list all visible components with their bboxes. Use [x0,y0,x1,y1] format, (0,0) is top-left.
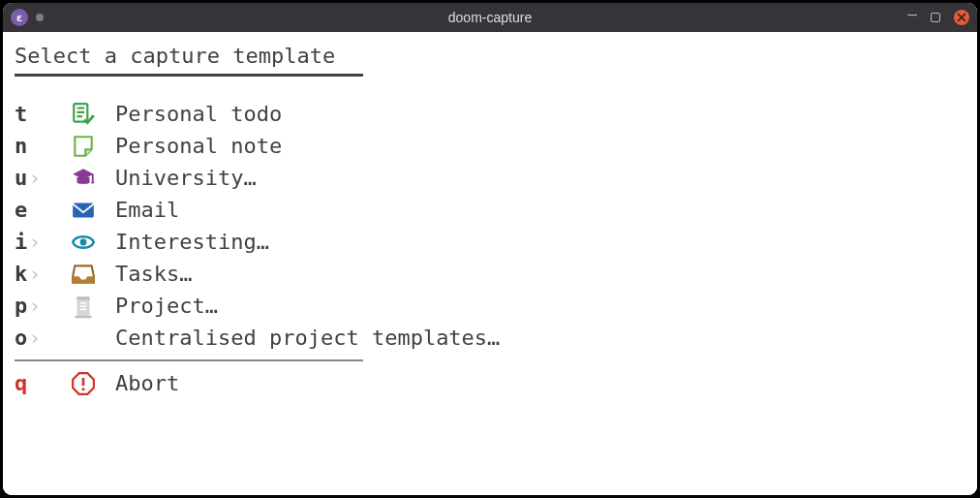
svg-point-5 [91,181,94,184]
svg-rect-10 [75,315,91,317]
capture-buffer: Select a capture template t Personal tod… [3,32,977,495]
maximize-button[interactable] [931,13,940,22]
inbox-icon [71,262,96,287]
abort-row[interactable]: q Abort [15,367,965,399]
window-title: doom-capture [3,10,977,25]
chevron-right-icon: › [28,226,41,258]
template-row[interactable]: t Personal todo [15,98,965,130]
titlebar[interactable]: ε doom-capture ― [3,3,977,32]
chevron-right-icon: › [28,290,41,322]
template-row[interactable]: e Email [15,194,965,226]
heading-rule [15,74,363,77]
template-row[interactable]: p› Project… [15,290,965,322]
minimize-button[interactable]: ― [907,7,917,22]
template-label: Tasks… [115,258,192,290]
key-label: e [15,194,27,226]
key-label: t [15,98,27,130]
graduation-icon [71,166,96,191]
key-label: u [15,162,27,194]
key-label: n [15,130,27,162]
template-label: Project… [115,290,218,322]
abort-label: Abort [115,367,179,399]
buffer-heading: Select a capture template [15,40,965,72]
key-label: o [15,322,27,354]
template-row[interactable]: k› Tasks… [15,258,965,290]
template-label: Centralised project templates… [115,322,500,354]
chevron-right-icon: › [28,258,41,290]
chevron-right-icon: › [28,162,41,194]
emacs-app-icon: ε [11,9,28,26]
key-label: k [15,258,27,290]
envelope-icon [71,198,96,223]
titlebar-dot [36,14,44,21]
template-row[interactable]: u› University… [15,162,965,194]
close-icon [957,13,966,22]
project-icon [71,294,96,319]
key-label: p [15,290,27,322]
template-label: Personal note [115,130,282,162]
template-label: Email [115,194,179,226]
todo-check-icon [71,102,96,127]
note-icon [71,134,96,159]
template-label: Interesting… [115,226,269,258]
separator-rule [15,359,363,361]
key-label: q [15,367,27,399]
template-label: University… [115,162,257,194]
template-row[interactable]: o› Centralised project templates… [15,322,965,354]
svg-rect-9 [77,296,90,299]
svg-point-16 [81,388,84,390]
template-label: Personal todo [115,98,282,130]
alert-octagon-icon [71,371,96,396]
eye-icon [71,230,96,255]
key-label: i [15,226,27,258]
svg-point-7 [80,238,87,245]
chevron-right-icon: › [28,322,41,354]
close-button[interactable] [954,10,969,25]
template-row[interactable]: i› Interesting… [15,226,965,258]
svg-rect-6 [73,202,94,217]
template-row[interactable]: n Personal note [15,130,965,162]
app-window: ε doom-capture ― Select a capture templa… [0,0,980,498]
